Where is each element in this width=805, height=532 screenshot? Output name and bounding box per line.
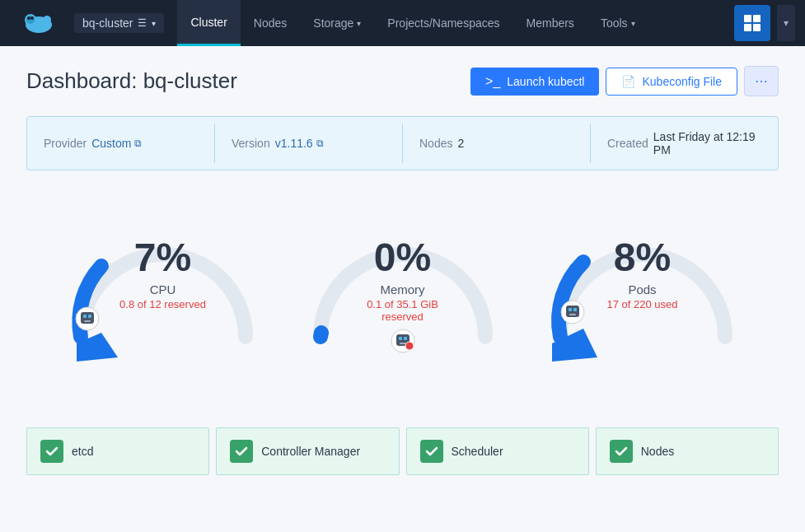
nav-user-dropdown[interactable]: ▾ [777, 5, 795, 41]
cpu-gauge: 7% CPU 0.8 of 12 reserved [48, 197, 278, 394]
memory-sublabel: 0.1 of 35.1 GiB reserved [345, 298, 461, 323]
nodes-status-label: Nodes [641, 445, 674, 458]
cluster-dropdown-icon: ▾ [152, 19, 156, 28]
status-etcd: etcd [26, 427, 209, 475]
checkmark-icon [425, 445, 438, 458]
svg-rect-8 [753, 15, 761, 22]
nav-tools[interactable]: Tools ▾ [587, 0, 648, 46]
page-title: Dashboard: bq-cluster [26, 68, 237, 94]
svg-point-5 [27, 16, 30, 20]
svg-rect-13 [83, 315, 87, 318]
nodes-check-icon [610, 440, 633, 463]
storage-dropdown-icon: ▾ [357, 19, 361, 28]
terminal-icon: >_ [485, 74, 500, 89]
svg-point-4 [26, 16, 35, 24]
pods-gauge: 8% Pods 17 of 220 used [527, 197, 758, 394]
etcd-label: etcd [72, 445, 93, 458]
svg-rect-20 [400, 343, 406, 344]
nodes-value: 2 [457, 137, 464, 150]
memory-percent: 0% [345, 238, 461, 278]
scheduler-check-icon [420, 440, 443, 463]
cluster-info-bar: Provider Custom ⧉ Version v1.11.6 ⧉ Node… [26, 116, 779, 170]
created-value: Last Friday at 12:19 PM [653, 130, 761, 156]
controller-manager-check-icon [230, 440, 253, 463]
provider-segment: Provider Custom ⧉ [27, 124, 215, 163]
app-switcher-button[interactable] [734, 5, 770, 41]
created-segment: Created Last Friday at 12:19 PM [591, 117, 778, 170]
nav-storage[interactable]: Storage ▾ [300, 0, 374, 46]
version-value: v1.11.6 ⧉ [275, 137, 324, 150]
memory-gauge: 0% Memory 0.1 of 35.1 GiB reserved [288, 197, 518, 394]
main-content: Dashboard: bq-cluster >_ Launch kubectl … [0, 46, 805, 495]
ellipsis-icon: ⋯ [755, 74, 768, 88]
memory-label: Memory [345, 282, 461, 296]
svg-rect-7 [744, 15, 751, 22]
rancher-logo-icon [14, 8, 63, 38]
grid-icon [742, 13, 762, 33]
pods-gauge-text: 8% Pods 17 of 220 used [606, 238, 677, 310]
scheduler-label: Scheduler [452, 445, 503, 458]
nodes-label: Nodes [419, 137, 452, 150]
tools-dropdown-icon: ▾ [631, 19, 635, 28]
provider-label: Provider [44, 137, 87, 150]
checkmark-icon [615, 445, 628, 458]
status-scheduler: Scheduler [406, 427, 589, 475]
created-label: Created [607, 137, 648, 150]
status-controller-manager: Controller Manager [216, 427, 399, 475]
chevron-down-icon: ▾ [784, 17, 789, 29]
status-nodes: Nodes [596, 427, 779, 475]
cluster-name-label: bq-cluster [82, 16, 133, 30]
nav-nodes[interactable]: Nodes [241, 0, 300, 46]
svg-rect-15 [84, 320, 91, 322]
cpu-label: CPU [119, 282, 206, 296]
cpu-sublabel: 0.8 of 12 reserved [119, 298, 206, 310]
dashboard-header: Dashboard: bq-cluster >_ Launch kubectl … [26, 66, 779, 96]
version-label: Version [232, 137, 270, 150]
svg-rect-25 [573, 308, 577, 311]
version-segment: Version v1.11.6 ⧉ [215, 124, 403, 163]
logo [10, 7, 68, 40]
navbar: bq-cluster ☰ ▾ Cluster Nodes Storage ▾ P… [0, 0, 805, 46]
launch-kubectl-button[interactable]: >_ Launch kubectl [470, 68, 599, 96]
svg-point-21 [405, 342, 414, 350]
nav-members[interactable]: Members [513, 0, 587, 46]
file-icon: 📄 [621, 75, 635, 88]
header-actions: >_ Launch kubectl 📄 Kubeconfig File ⋯ [470, 66, 779, 96]
etcd-check-icon [40, 440, 63, 463]
svg-rect-10 [753, 24, 761, 31]
status-bar: etcd Controller Manager Scheduler [26, 427, 779, 475]
svg-point-6 [30, 16, 34, 20]
cpu-percent: 7% [119, 238, 206, 278]
copy-version-icon[interactable]: ⧉ [316, 138, 324, 149]
checkmark-icon [45, 445, 59, 458]
cluster-list-icon: ☰ [138, 17, 147, 29]
nav-projects[interactable]: Projects/Namespaces [374, 0, 512, 46]
memory-gauge-text: 0% Memory 0.1 of 35.1 GiB reserved [345, 238, 461, 323]
pods-label: Pods [606, 282, 677, 296]
cpu-gauge-text: 7% CPU 0.8 of 12 reserved [119, 238, 206, 310]
gauges-row: 7% CPU 0.8 of 12 reserved [26, 197, 779, 394]
controller-manager-label: Controller Manager [261, 445, 360, 458]
more-options-button[interactable]: ⋯ [744, 66, 779, 96]
svg-rect-19 [404, 337, 407, 340]
provider-value: Custom ⧉ [91, 137, 142, 150]
nav-right: ▾ [734, 5, 795, 41]
svg-rect-24 [569, 308, 572, 311]
nodes-segment: Nodes 2 [403, 124, 591, 163]
nav-cluster[interactable]: Cluster [177, 0, 240, 46]
nav-links: Cluster Nodes Storage ▾ Projects/Namespa… [177, 0, 734, 46]
checkmark-icon [235, 445, 248, 458]
svg-rect-18 [399, 337, 402, 340]
cluster-selector[interactable]: bq-cluster ☰ ▾ [74, 13, 164, 33]
svg-point-3 [43, 16, 51, 24]
pods-sublabel: 17 of 220 used [606, 298, 677, 310]
svg-rect-26 [569, 314, 576, 315]
kubeconfig-button[interactable]: 📄 Kubeconfig File [606, 68, 737, 96]
svg-rect-9 [744, 24, 751, 31]
svg-rect-14 [88, 315, 91, 318]
pods-percent: 8% [606, 238, 677, 278]
copy-provider-icon[interactable]: ⧉ [134, 138, 142, 149]
